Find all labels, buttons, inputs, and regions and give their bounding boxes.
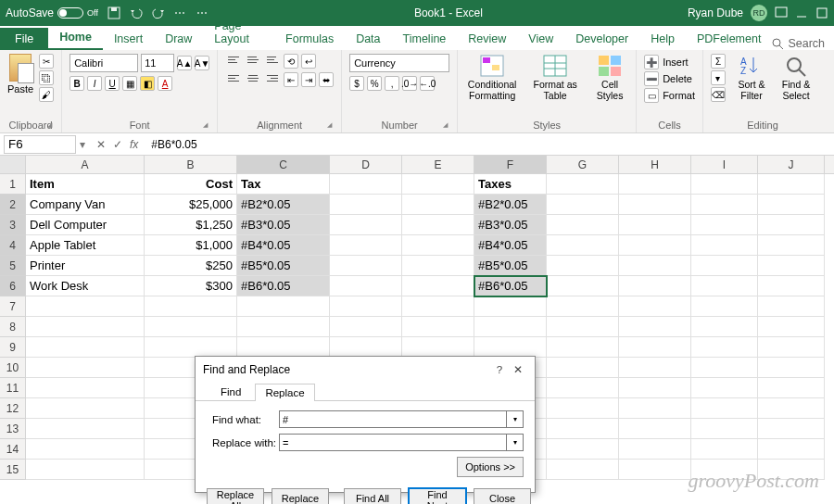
cell[interactable] xyxy=(758,398,825,419)
format-painter-icon[interactable]: 🖌 xyxy=(39,87,54,102)
cell[interactable] xyxy=(691,419,758,439)
cell[interactable] xyxy=(26,358,145,378)
cell[interactable]: #B4*0.05 xyxy=(237,235,330,256)
row-header[interactable]: 2 xyxy=(0,195,26,215)
select-all-corner[interactable] xyxy=(0,156,26,173)
cell[interactable] xyxy=(691,256,758,276)
cell[interactable] xyxy=(547,398,619,419)
cell[interactable] xyxy=(402,317,474,337)
cell[interactable] xyxy=(758,215,825,235)
cell[interactable] xyxy=(619,439,691,460)
tab-replace[interactable]: Replace xyxy=(255,384,314,401)
col-header[interactable]: F xyxy=(474,156,547,173)
row-header[interactable]: 4 xyxy=(0,235,26,256)
autosave-toggle[interactable]: AutoSave Off xyxy=(6,6,98,19)
dropdown-icon[interactable]: ▾ xyxy=(507,410,524,428)
currency-icon[interactable]: $ xyxy=(349,76,364,91)
row-header[interactable]: 15 xyxy=(0,460,26,480)
align-center-icon[interactable] xyxy=(245,72,261,87)
orientation-icon[interactable]: ⟲ xyxy=(284,54,298,69)
align-middle-icon[interactable] xyxy=(245,54,261,69)
col-header[interactable]: H xyxy=(619,156,691,173)
cell[interactable] xyxy=(758,378,825,398)
cell[interactable] xyxy=(402,296,474,317)
cell[interactable] xyxy=(547,235,619,256)
cell[interactable] xyxy=(402,256,474,276)
cell[interactable] xyxy=(691,174,758,195)
merge-icon[interactable]: ⬌ xyxy=(319,72,334,87)
cell[interactable] xyxy=(402,235,474,256)
row-header[interactable]: 3 xyxy=(0,215,26,235)
tab-insert[interactable]: Insert xyxy=(103,28,154,50)
cell[interactable]: Cost xyxy=(145,174,237,195)
cell[interactable] xyxy=(547,460,619,480)
cell[interactable] xyxy=(237,296,330,317)
cell[interactable] xyxy=(330,174,402,195)
cell[interactable]: Tax xyxy=(237,174,330,195)
cell[interactable]: Apple Tablet xyxy=(26,235,145,256)
format-cells-button[interactable]: ▭Format xyxy=(644,87,695,104)
cell[interactable] xyxy=(402,337,474,358)
cell[interactable]: Company Van xyxy=(26,195,145,215)
replace-button[interactable]: Replace xyxy=(272,488,329,504)
tab-review[interactable]: Review xyxy=(457,28,517,50)
align-bottom-icon[interactable] xyxy=(264,54,281,69)
cell[interactable] xyxy=(474,337,547,358)
minimize-icon[interactable] xyxy=(795,6,808,19)
cell[interactable] xyxy=(758,317,825,337)
col-header[interactable]: C xyxy=(237,156,330,173)
insert-cells-button[interactable]: ➕Insert xyxy=(644,54,695,70)
row-header[interactable]: 5 xyxy=(0,256,26,276)
cell[interactable] xyxy=(237,337,330,358)
cell[interactable] xyxy=(330,235,402,256)
find-select-button[interactable]: Find & Select xyxy=(777,54,815,101)
border-icon[interactable]: ▦ xyxy=(122,76,137,91)
find-all-button[interactable]: Find All xyxy=(344,488,401,504)
cell[interactable] xyxy=(26,337,145,358)
cell[interactable] xyxy=(330,276,402,296)
number-format-select[interactable] xyxy=(349,54,449,72)
cell[interactable] xyxy=(758,439,825,460)
italic-button[interactable]: I xyxy=(87,76,102,91)
cell-styles-button[interactable]: Cell Styles xyxy=(591,54,628,101)
cell[interactable] xyxy=(619,174,691,195)
cell[interactable] xyxy=(26,419,145,439)
cell[interactable] xyxy=(758,337,825,358)
row-header[interactable]: 6 xyxy=(0,276,26,296)
comma-icon[interactable]: , xyxy=(385,76,399,91)
cell[interactable]: Work Desk xyxy=(26,276,145,296)
help-icon[interactable]: ? xyxy=(490,364,509,375)
cell[interactable] xyxy=(547,337,619,358)
cell[interactable] xyxy=(330,317,402,337)
cut-icon[interactable]: ✂ xyxy=(39,54,54,69)
cell[interactable] xyxy=(691,439,758,460)
cell[interactable] xyxy=(758,235,825,256)
cell[interactable] xyxy=(547,439,619,460)
tab-pdfelement[interactable]: PDFelement xyxy=(686,28,772,50)
tab-data[interactable]: Data xyxy=(345,28,391,50)
tab-formulas[interactable]: Formulas xyxy=(274,28,345,50)
cell[interactable] xyxy=(619,419,691,439)
font-color-icon[interactable]: A xyxy=(158,76,172,91)
cell[interactable] xyxy=(330,195,402,215)
cell[interactable]: #B3*0.05 xyxy=(474,215,547,235)
cell[interactable] xyxy=(691,358,758,378)
row-header[interactable]: 10 xyxy=(0,358,26,378)
col-header[interactable]: G xyxy=(547,156,619,173)
cell[interactable] xyxy=(547,215,619,235)
row-header[interactable]: 12 xyxy=(0,398,26,419)
tab-home[interactable]: Home xyxy=(48,26,103,50)
paste-button[interactable]: Paste xyxy=(7,54,33,94)
cell[interactable] xyxy=(619,378,691,398)
cell[interactable] xyxy=(758,195,825,215)
cell[interactable] xyxy=(330,215,402,235)
qat-icon[interactable]: ⋯ xyxy=(196,6,209,19)
dropdown-icon[interactable]: ▾ xyxy=(507,434,524,451)
underline-button[interactable]: U xyxy=(105,76,120,91)
align-left-icon[interactable] xyxy=(225,72,242,87)
cell[interactable] xyxy=(474,317,547,337)
fx-icon[interactable]: fx xyxy=(130,138,138,151)
cell[interactable] xyxy=(691,296,758,317)
tab-developer[interactable]: Developer xyxy=(564,28,639,50)
cell[interactable]: $1,000 xyxy=(145,235,237,256)
